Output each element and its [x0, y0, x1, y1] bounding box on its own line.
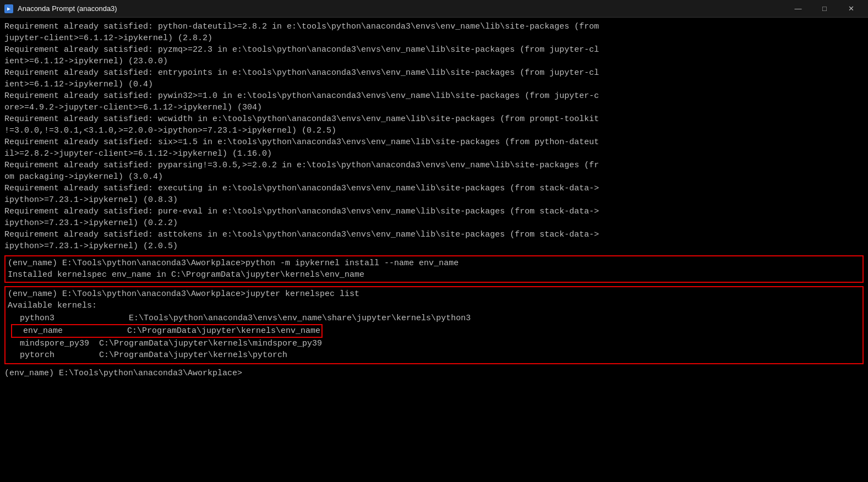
terminal-line: !=3.0.0,!=3.0.1,<3.1.0,>=2.0.0->ipython>… — [4, 125, 864, 136]
terminal-line: ipython>=7.23.1->ipykernel) (0.2.2) — [4, 217, 864, 229]
terminal-line: il>=2.8.2->jupyter-client>=6.1.12->ipyke… — [4, 148, 864, 160]
ipykernel-install-line2: Installed kernelspec env_name in C:\Prog… — [8, 269, 860, 281]
terminal-body: Requirement already satisfied: python-da… — [0, 18, 868, 482]
terminal-line: ore>=4.9.2->jupyter-client>=6.1.12->ipyk… — [4, 102, 864, 113]
terminal-line: ient>=6.1.12->ipykernel) (23.0.0) — [4, 56, 864, 67]
terminal-line: ient>=6.1.12->ipykernel) (0.4) — [4, 79, 864, 90]
terminal-line: Requirement already satisfied: executing… — [4, 183, 864, 194]
terminal-line: Requirement already satisfied: six>=1.5 … — [4, 136, 864, 148]
kernel-row-env-name: env_name C:\ProgramData\jupyter\kernels\… — [11, 324, 323, 338]
title-bar: ▶ Anaconda Prompt (anaconda3) — □ ✕ — [0, 0, 868, 18]
terminal-line: om packaging->ipykernel) (3.0.4) — [4, 171, 864, 183]
terminal-line: ipython>=7.23.1->ipykernel) (2.0.5) — [4, 240, 864, 252]
kernel-name-env: env_name C:\ProgramData\jupyter\kernels\… — [13, 326, 320, 336]
final-prompt: (env_name) E:\Tools\python\anaconda3\Awo… — [4, 368, 864, 379]
terminal-line: jupyter-client>=6.1.12->ipykernel) (2.8.… — [4, 32, 864, 44]
close-button[interactable]: ✕ — [838, 0, 864, 18]
kernelspec-prompt: (env_name) E:\Tools\python\anaconda3\Awo… — [8, 288, 860, 300]
terminal-line: Requirement already satisfied: pure-eval… — [4, 206, 864, 217]
minimize-button[interactable]: — — [785, 0, 811, 18]
kernel-row-pytorch: pytorch C:\ProgramData\jupyter\kernels\p… — [10, 349, 858, 361]
ipykernel-install-box: (env_name) E:\Tools\python\anaconda3\Awo… — [4, 255, 864, 283]
terminal-line: Requirement already satisfied: pywin32>=… — [4, 90, 864, 102]
terminal-line: Requirement already satisfied: pyparsing… — [4, 160, 864, 171]
terminal-line: Requirement already satisfied: wcwidth i… — [4, 113, 864, 125]
terminal-line: Requirement already satisfied: entrypoin… — [4, 67, 864, 79]
terminal-line: ipython>=7.23.1->ipykernel) (0.8.3) — [4, 194, 864, 206]
terminal-line: Requirement already satisfied: pyzmq>=22… — [4, 44, 864, 56]
maximize-button[interactable]: □ — [812, 0, 837, 18]
kernelspec-list-box: (env_name) E:\Tools\python\anaconda3\Awo… — [4, 286, 864, 364]
kernel-row-python3: python3 E:\Tools\python\anaconda3\envs\e… — [10, 313, 858, 324]
window-title: Anaconda Prompt (anaconda3) — [18, 4, 117, 13]
kernel-row-mindspore: mindspore_py39 C:\ProgramData\jupyter\ke… — [10, 338, 858, 349]
terminal-line: Requirement already satisfied: asttokens… — [4, 229, 864, 240]
app-icon: ▶ — [4, 4, 13, 13]
ipykernel-install-line1: (env_name) E:\Tools\python\anaconda3\Awo… — [8, 258, 860, 269]
terminal-line: Requirement already satisfied: python-da… — [4, 21, 864, 32]
kernelspec-header: Available kernels: — [8, 300, 860, 311]
